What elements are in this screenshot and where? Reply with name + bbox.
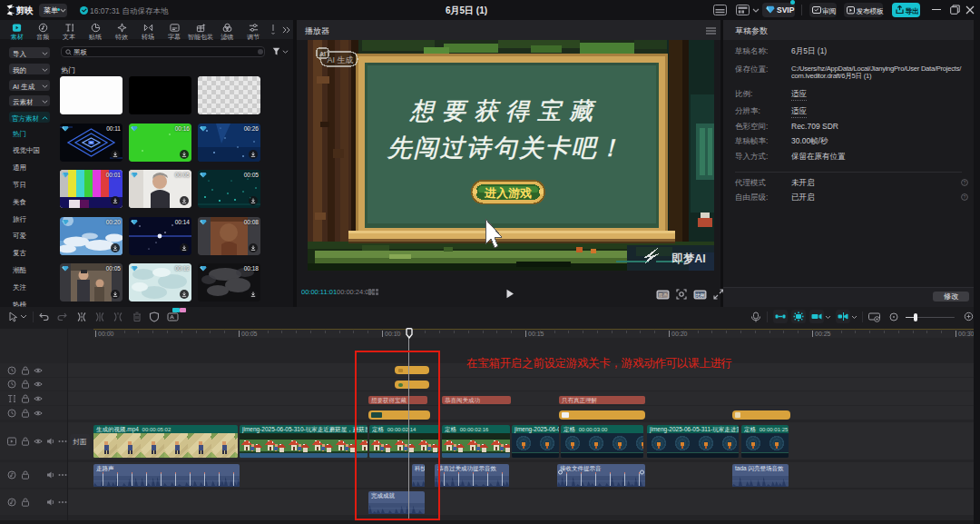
svg-text:即梦AI: 即梦AI: [671, 252, 706, 265]
svg-text:AI 生成: AI 生成: [327, 55, 353, 64]
svg-text:先闯过诗句关卡吧！: 先闯过诗句关卡吧！: [387, 134, 624, 162]
svg-text:?: ?: [964, 180, 966, 185]
svg-text:原画: 原画: [658, 292, 669, 298]
svg-text:比例: 比例: [695, 292, 705, 299]
svg-text:?: ?: [964, 194, 966, 200]
svg-text:AI: AI: [319, 51, 326, 57]
svg-text:进入游戏: 进入游戏: [484, 186, 532, 200]
svg-text:想要获得宝藏: 想要获得宝藏: [409, 98, 601, 124]
